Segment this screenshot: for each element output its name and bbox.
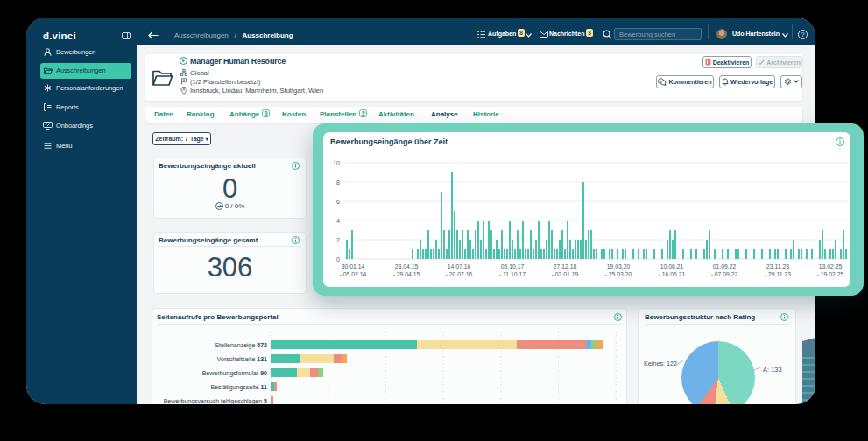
svg-text:Bewerbungsversuch fehlgeschlag: Bewerbungsversuch fehlgeschlagen 5 bbox=[164, 398, 267, 404]
svg-text:6: 6 bbox=[336, 199, 340, 205]
svg-text:Bewerbungsformular 90: Bewerbungsformular 90 bbox=[202, 370, 267, 377]
svg-text:Stellenanzeige 572: Stellenanzeige 572 bbox=[215, 342, 267, 349]
svg-text:- 11.10.17: - 11.10.17 bbox=[499, 271, 526, 277]
svg-text:- 02.01.19: - 02.01.19 bbox=[552, 271, 579, 277]
svg-text:10: 10 bbox=[333, 160, 340, 166]
svg-text:4: 4 bbox=[336, 218, 340, 224]
svg-text:01.09.22: 01.09.22 bbox=[713, 263, 737, 270]
svg-text:- 19.02.25: - 19.02.25 bbox=[817, 271, 844, 277]
svg-text:- 05.02.14: - 05.02.14 bbox=[340, 271, 367, 277]
svg-text:27.12.18: 27.12.18 bbox=[554, 263, 577, 270]
svg-text:- 07.09.22: - 07.09.22 bbox=[711, 271, 738, 277]
svg-text:- 25.03.20: - 25.03.20 bbox=[605, 271, 632, 277]
svg-text:13.02.25: 13.02.25 bbox=[819, 263, 843, 270]
svg-text:8: 8 bbox=[336, 179, 340, 186]
svg-text:23.11.23: 23.11.23 bbox=[766, 263, 789, 270]
svg-text:Vorschaltseite 131: Vorschaltseite 131 bbox=[217, 356, 267, 362]
svg-text:- 29.04.15: - 29.04.15 bbox=[393, 271, 420, 277]
svg-text:14.07.16: 14.07.16 bbox=[448, 263, 471, 270]
svg-text:2: 2 bbox=[336, 237, 340, 243]
svg-text:10.06.21: 10.06.21 bbox=[660, 263, 684, 270]
svg-text:19.03.20: 19.03.20 bbox=[607, 263, 631, 270]
svg-text:- 20.07.16: - 20.07.16 bbox=[446, 271, 473, 277]
svg-text:- 29.11.23: - 29.11.23 bbox=[765, 271, 791, 277]
svg-text:Bestätigungsseite 11: Bestätigungsseite 11 bbox=[210, 384, 267, 391]
svg-text:05.10.17: 05.10.17 bbox=[501, 263, 525, 270]
svg-text:23.04.15: 23.04.15 bbox=[395, 263, 419, 270]
svg-text:- 16.06.21: - 16.06.21 bbox=[659, 271, 686, 277]
svg-text:0: 0 bbox=[336, 256, 340, 262]
svg-text:30.01.14: 30.01.14 bbox=[342, 263, 365, 270]
